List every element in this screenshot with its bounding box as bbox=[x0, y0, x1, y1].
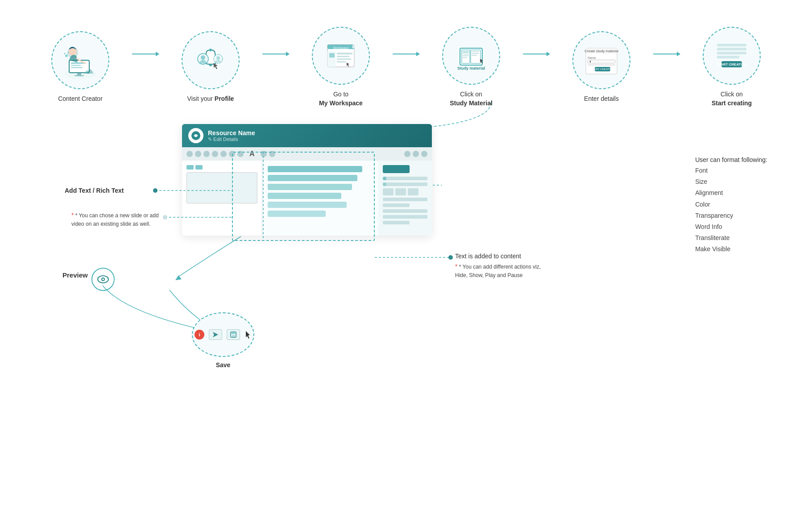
flow-diagram: Content Creator Visit your bbox=[45, 27, 767, 108]
format-item-font: Font bbox=[695, 165, 767, 176]
save-section: i Save bbox=[192, 312, 254, 369]
editor-left-panel bbox=[182, 161, 262, 236]
svg-rect-26 bbox=[337, 58, 351, 60]
editor-resource-name: Resource Name bbox=[208, 129, 255, 137]
editor-title-area: Resource Name ✎ Edit Details bbox=[208, 129, 255, 142]
editor-body bbox=[182, 161, 432, 236]
preview-text: Preview bbox=[62, 271, 88, 279]
step-label-4: Click on Study Material bbox=[450, 90, 493, 108]
slide-note: * * You can chose a new slide or add vid… bbox=[71, 211, 161, 228]
flow-arrow-5 bbox=[653, 54, 680, 54]
editor-header: Resource Name ✎ Edit Details bbox=[182, 124, 432, 147]
svg-text:Name: Name bbox=[588, 56, 596, 59]
svg-point-64 bbox=[163, 215, 167, 220]
right-blocks-row bbox=[383, 188, 427, 195]
format-item-alignment: Alignment bbox=[695, 187, 767, 199]
slide-note-asterisk: * bbox=[71, 211, 74, 219]
content-bar-1 bbox=[268, 166, 362, 172]
toolbar-font-a: A bbox=[249, 150, 255, 158]
svg-point-12 bbox=[65, 54, 68, 57]
step-circle-5: Create study material Name START CREATIN… bbox=[572, 31, 630, 89]
svg-rect-41 bbox=[472, 55, 477, 56]
svg-point-15 bbox=[209, 49, 212, 51]
editor-logo bbox=[188, 128, 203, 143]
flow-step-enter-details: Create study material Name START CREATIN… bbox=[566, 31, 637, 104]
save-circle: i bbox=[192, 312, 254, 357]
save-icon-save bbox=[227, 329, 240, 340]
toolbar-dot-4 bbox=[212, 151, 218, 157]
svg-point-66 bbox=[448, 255, 453, 260]
svg-rect-28 bbox=[329, 53, 335, 58]
svg-rect-76 bbox=[232, 335, 235, 337]
preview-circle[interactable] bbox=[91, 268, 115, 291]
format-item-word-info: Word Info bbox=[695, 221, 767, 232]
svg-rect-36 bbox=[463, 54, 469, 54]
preview-label: Preview bbox=[62, 271, 88, 279]
toolbar-dot-9 bbox=[269, 151, 275, 157]
svg-text:START CREATING: START CREATING bbox=[591, 68, 614, 70]
flow-step-workspace: Workspace Go to My Workspace bbox=[305, 27, 377, 108]
right-row-6 bbox=[383, 215, 427, 219]
toolbar-dot-5 bbox=[220, 151, 227, 157]
right-row-3 bbox=[383, 198, 427, 201]
format-item-make-visible: Make Visible bbox=[695, 244, 767, 255]
svg-text:Workspace: Workspace bbox=[333, 46, 349, 50]
step-circle-2 bbox=[182, 31, 240, 89]
svg-point-20 bbox=[216, 56, 220, 60]
svg-marker-1 bbox=[175, 275, 182, 280]
svg-marker-73 bbox=[213, 332, 218, 337]
svg-rect-75 bbox=[232, 332, 235, 334]
svg-point-13 bbox=[64, 53, 66, 54]
svg-rect-55 bbox=[717, 52, 746, 54]
svg-rect-54 bbox=[717, 48, 746, 50]
step-label-6: Click on Start creating bbox=[712, 90, 752, 108]
svg-rect-40 bbox=[472, 53, 479, 54]
slide-note-text: * You can chose a new slide or add video… bbox=[71, 212, 159, 227]
flow-step-study-material: Study material Click on Study Material bbox=[435, 27, 507, 108]
step-circle-1 bbox=[51, 31, 109, 89]
flow-step-content-creator: Content Creator bbox=[45, 31, 116, 104]
svg-rect-25 bbox=[337, 56, 349, 57]
step-label-3: Go to My Workspace bbox=[319, 90, 363, 108]
flow-arrow-3 bbox=[393, 54, 419, 54]
svg-rect-48 bbox=[588, 60, 615, 63]
right-panel-button bbox=[383, 165, 410, 173]
actions-asterisk: * bbox=[455, 263, 457, 270]
format-item-transliterate: Transliterate bbox=[695, 232, 767, 244]
svg-text:Create study material: Create study material bbox=[584, 49, 618, 53]
svg-point-31 bbox=[353, 45, 354, 46]
toolbar-dot-12 bbox=[421, 151, 427, 157]
slide-mini-toolbar bbox=[186, 165, 257, 170]
svg-marker-77 bbox=[246, 331, 250, 339]
right-row-5 bbox=[383, 209, 427, 213]
save-icons-row: i bbox=[195, 329, 252, 340]
format-panel: User can format following: Font Size Ali… bbox=[695, 156, 767, 255]
svg-rect-8 bbox=[71, 65, 81, 66]
add-text-annotation: Add Text / Rich Text bbox=[65, 186, 124, 195]
flow-arrow-4 bbox=[523, 54, 550, 54]
format-item-size: Size bbox=[695, 176, 767, 187]
right-row-2 bbox=[383, 182, 427, 186]
actions-note-text: * You can add different actions viz, Hid… bbox=[455, 264, 541, 278]
slide-thumbnail bbox=[186, 172, 257, 203]
flow-arrow-1 bbox=[132, 54, 159, 54]
add-text-label: Add Text / Rich Text bbox=[65, 187, 124, 194]
editor-mockup: Resource Name ✎ Edit Details A bbox=[182, 124, 432, 236]
svg-rect-37 bbox=[463, 55, 469, 56]
content-bar-3 bbox=[268, 184, 352, 190]
editor-toolbar: A bbox=[182, 147, 432, 161]
step-label-2: Visit your Profile bbox=[187, 95, 234, 104]
svg-rect-52 bbox=[588, 64, 615, 66]
svg-rect-38 bbox=[463, 57, 467, 58]
right-row-7 bbox=[383, 221, 410, 224]
toolbar-dot-7 bbox=[237, 151, 244, 157]
svg-rect-9 bbox=[71, 67, 83, 68]
right-row-1 bbox=[383, 177, 427, 180]
content-bar-6 bbox=[268, 211, 326, 217]
toolbar-dot-8 bbox=[261, 151, 267, 157]
preview-circle-container bbox=[91, 268, 115, 291]
svg-text:Study material: Study material bbox=[457, 66, 485, 70]
toolbar-dot-2 bbox=[195, 151, 201, 157]
step-circle-3: Workspace bbox=[312, 27, 370, 85]
svg-rect-6 bbox=[75, 75, 84, 76]
